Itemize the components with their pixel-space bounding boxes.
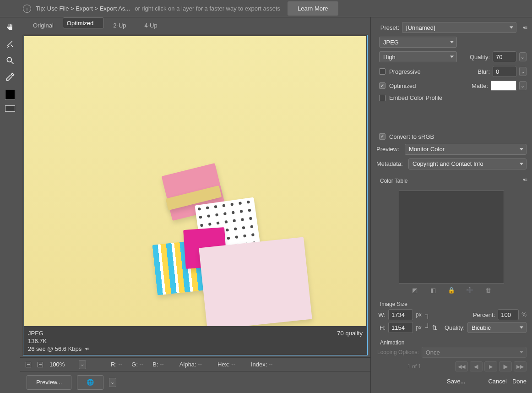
height-label: H: (376, 324, 385, 331)
embed-profile-checkbox[interactable]: Embed Color Profile (379, 94, 442, 101)
info-icon: i (23, 5, 31, 13)
tip-bar: i Tip: Use File > Export > Export As... … (0, 0, 532, 17)
zoom-dropdown-icon[interactable]: ⌵ (79, 360, 86, 369)
blur-stepper-icon[interactable]: ⌵ (519, 67, 527, 76)
frame-count: 1 of 1 (376, 363, 452, 370)
status-bar: 100% ⌵ R: --G: --B: -- Alpha: -- Hex: --… (20, 357, 370, 371)
info-menu-icon[interactable]: ▾≡ (85, 346, 88, 351)
ct-cube-icon[interactable]: ◧ (429, 286, 437, 294)
alpha-readout: Alpha: -- (175, 361, 206, 368)
slice-visibility-icon[interactable] (5, 105, 15, 112)
anim-play-icon: ▶ (484, 361, 497, 371)
tip-more: or right click on a layer for a faster w… (135, 5, 280, 12)
height-input[interactable] (388, 322, 413, 333)
footer-bar: Preview... 🌐 ⌵ (20, 371, 370, 393)
progressive-checkbox[interactable]: Progressive (379, 68, 421, 75)
info-size: 136.7K (28, 338, 88, 344)
color-table-label: Color Table (380, 178, 407, 184)
options-panel: Preset: [Unnamed] ▾≡ JPEG High Quality: … (371, 17, 532, 393)
preset-menu-icon[interactable]: ▾≡ (523, 25, 527, 31)
percent-input[interactable] (498, 309, 519, 320)
preview-canvas[interactable] (24, 36, 366, 326)
width-label: W: (376, 311, 385, 318)
quality-label: Quality: (467, 54, 490, 60)
format-select[interactable]: JPEG (379, 37, 457, 48)
tip-text: Tip: Use File > Export > Export As... (36, 5, 130, 12)
index-readout: Index: -- (246, 361, 277, 368)
color-table-toolbar: ◩ ◧ 🔒 ➕ 🗑 (376, 286, 527, 294)
animation-controls: ◀◀ ◀| ▶ |▶ ▶▶ (455, 361, 527, 371)
resample-quality-label: Quality: (442, 324, 465, 331)
save-button[interactable]: Save... (429, 378, 483, 385)
preview-info-bar: JPEG 136.7K 26 sec @ 56.6 Kbps ▾≡ 70 qua… (23, 327, 367, 355)
animation-label: Animation (380, 339, 527, 346)
link-icon[interactable]: ⇅ (432, 324, 437, 331)
tab-2up[interactable]: 2-Up (104, 17, 135, 33)
tool-strip (0, 17, 20, 393)
looping-label: Looping Options: (377, 349, 419, 355)
convert-srgb-checkbox[interactable]: Convert to sRGB (379, 133, 434, 140)
zoom-tool-icon[interactable] (3, 55, 17, 66)
zoom-level[interactable]: 100% (49, 361, 72, 368)
ct-new-icon[interactable]: ➕ (466, 286, 473, 294)
hex-readout: Hex: -- (213, 361, 240, 368)
preview-select-label: Preview: (376, 146, 402, 153)
slice-tool-icon[interactable] (3, 38, 17, 49)
matte-label: Matte: (468, 82, 488, 89)
resample-select[interactable]: Bicubic (467, 322, 527, 333)
preset-select[interactable]: [Unnamed] (402, 22, 516, 33)
color-readout: R: --G: --B: -- (106, 361, 168, 368)
eyedropper-tool-icon[interactable] (3, 71, 17, 82)
svg-point-0 (7, 57, 11, 62)
browser-preview-icon[interactable]: 🌐 (77, 375, 103, 390)
blur-label: Blur: (474, 68, 490, 75)
looping-select: Once (422, 347, 527, 358)
ct-trash-icon[interactable]: 🗑 (484, 286, 492, 294)
tab-4up[interactable]: 4-Up (136, 17, 167, 33)
info-time: 26 sec @ 56.6 Kbps (28, 345, 81, 352)
anim-prev-icon: ◀| (470, 361, 483, 371)
preview-select[interactable]: Monitor Color (405, 144, 527, 155)
tab-optimized[interactable]: Optimized (63, 17, 104, 28)
blur-input[interactable] (493, 66, 516, 77)
metadata-select[interactable]: Copyright and Contact Info (408, 158, 527, 169)
ct-lock-icon[interactable]: 🔒 (448, 286, 455, 294)
minus-box-icon[interactable] (26, 362, 31, 367)
cancel-button[interactable]: Cancel (488, 378, 506, 385)
foreground-color-swatch[interactable] (5, 90, 15, 100)
preview-panel[interactable]: JPEG 136.7K 26 sec @ 56.6 Kbps ▾≡ 70 qua… (23, 35, 368, 355)
image-size-label: Image Size (380, 301, 527, 307)
preset-label: Preset: (376, 24, 399, 31)
anim-last-icon: ▶▶ (514, 361, 527, 371)
preview-button[interactable]: Preview... (27, 375, 71, 390)
preview-tabs: Original Optimized 2-Up 4-Up (20, 17, 370, 33)
matte-swatch[interactable] (491, 81, 516, 91)
quality-input[interactable] (493, 51, 516, 62)
percent-label: Percent: (469, 311, 495, 318)
matte-dropdown-icon[interactable]: ⌵ (519, 81, 527, 90)
plus-box-icon[interactable] (38, 362, 43, 367)
learn-more-button[interactable]: Learn More (288, 1, 338, 16)
color-table-menu-icon[interactable]: ▾≡ (523, 177, 527, 183)
ct-snap-icon[interactable]: ◩ (411, 286, 418, 294)
anim-next-icon: |▶ (499, 361, 512, 371)
info-quality: 70 quality (337, 330, 363, 337)
quality-stepper-icon[interactable]: ⌵ (519, 52, 527, 61)
width-input[interactable] (388, 309, 413, 320)
browser-dropdown-icon[interactable]: ⌵ (109, 378, 116, 387)
hand-tool-icon[interactable] (3, 22, 17, 33)
optimized-checkbox[interactable]: Optimized (379, 82, 416, 89)
color-table[interactable] (399, 191, 504, 284)
anim-first-icon: ◀◀ (455, 361, 468, 371)
tab-original[interactable]: Original (24, 17, 63, 33)
info-format: JPEG (28, 330, 88, 337)
done-button[interactable]: Done (512, 378, 527, 385)
quality-preset-select[interactable]: High (379, 51, 457, 62)
metadata-label: Metadata: (376, 160, 406, 167)
